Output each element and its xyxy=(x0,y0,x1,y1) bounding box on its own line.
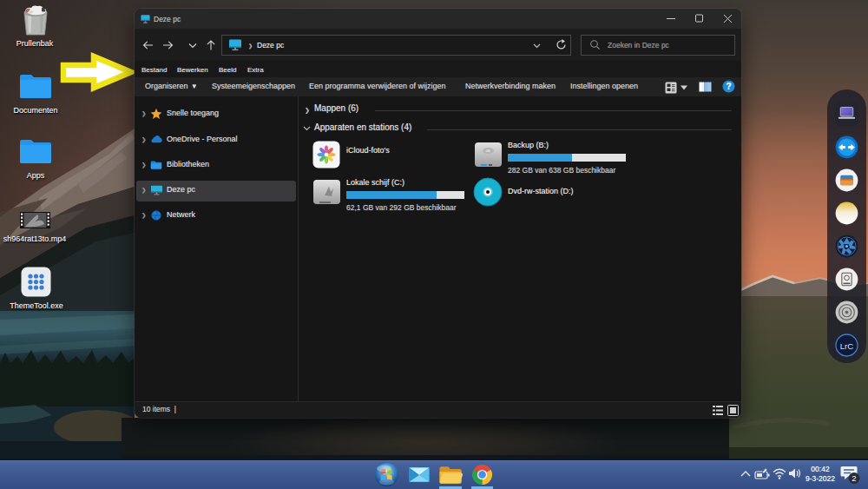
svg-text:2: 2 xyxy=(852,473,856,483)
svg-text:?: ? xyxy=(726,82,731,91)
svg-text:LrC: LrC xyxy=(840,340,854,350)
